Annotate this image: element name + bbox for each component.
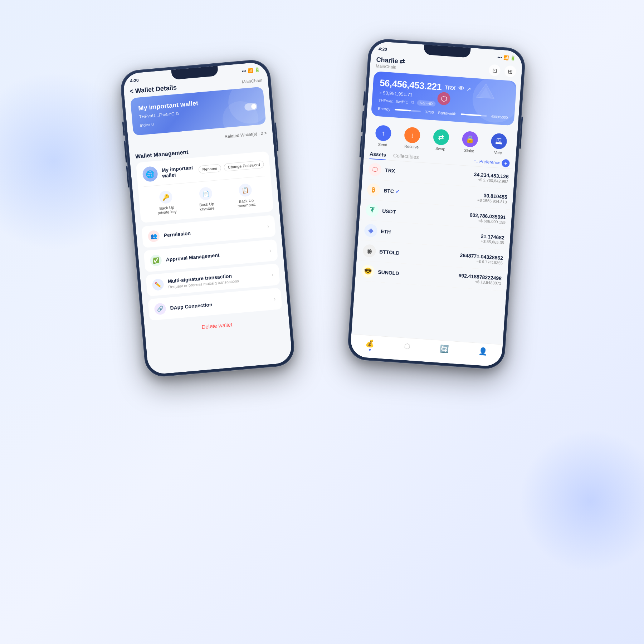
stake-icon: 🔒 [462,131,478,148]
nav-profile[interactable]: 👤 [478,347,488,359]
backup-mnemonic[interactable]: 📋 Back Upmnemonic [236,183,256,208]
copy-addr-icon[interactable]: ⧉ [411,100,414,105]
btc-icon: ₿ [367,183,380,196]
stake-label: Stake [464,148,474,153]
header-icons: ⊡ ⊞ [488,64,516,77]
sun-name: SUNOLD [378,269,399,276]
bottom-nav: 💰 ⬡ 🔄 👤 [350,334,503,367]
permission-title: Permission [164,224,263,238]
vote-label: Vote [494,150,502,155]
send-label: Send [378,142,387,147]
add-token-button[interactable]: + [502,159,510,167]
nav-active-dot [369,349,370,351]
left-phone-screen: 4:20 ▪▪▪ 📶 🔋 < Wallet Details MainChain [122,62,293,375]
vote-icon: 🗳 [491,133,507,150]
trx-balance: 34,234,453.126 ≈$ 2,760,842.982 [473,171,509,184]
rename-button[interactable]: Rename [198,164,221,174]
eth-icon: ◈ [364,224,377,237]
left-time: 4:20 [130,78,139,83]
receive-icon: ↓ [404,127,421,143]
energy-value: 37/60 [425,110,434,114]
backup-mnemonic-label: Back Upmnemonic [237,198,256,208]
swap-label: Swap [435,146,445,151]
tab-preference[interactable]: ↑↓ Preference + [474,157,510,167]
approval-icon: ✅ [150,254,162,267]
dapp-arrow: › [273,296,276,302]
bandwidth-bar [461,113,487,117]
swap-action[interactable]: ⇄ Swap [432,129,449,151]
receive-qr-icon[interactable]: ⊡ [488,64,501,76]
btt-balance: 2648771.04328662 ≈$ 6.77419355 [459,252,503,265]
send-action[interactable]: ↑ Send [375,125,392,147]
visibility-icon[interactable]: 👁 [458,85,464,92]
change-password-button[interactable]: Change Password [224,160,264,172]
swap-icon: ⇄ [433,129,450,146]
backup-row: 🔑 Back Upprivate key 📄 Back Upkeystore 📋… [144,181,268,218]
expand-icon[interactable]: ↗ [467,86,471,92]
backup-mnemonic-icon: 📋 [238,183,252,197]
backup-key-icon: 🔑 [159,190,173,204]
nav-assets-icon: 💰 [365,339,375,348]
tab-collectibles[interactable]: Collectibles [393,150,419,162]
btt-name: BTTOLD [379,249,400,256]
trx-name: TRX [385,167,395,174]
multisig-arrow: › [271,272,274,278]
non-hd-badge: Non-HD [417,100,436,107]
btc-balance: 30.810455 ≈$ 1555,934.813 [477,192,507,204]
receive-label: Receive [404,144,419,149]
backup-keystore-icon: 📄 [199,187,213,201]
dapp-icon: 🔗 [154,303,166,315]
phones-container: 4:20 ▪▪▪ 📶 🔋 < Wallet Details MainChain [125,36,519,608]
nav-assets[interactable]: 💰 [365,339,375,351]
wallet-toggle[interactable] [244,102,258,111]
eth-balance: 21.174682 ≈$ 85,885.35 [480,233,504,245]
backup-key-label: Back Upprivate key [157,205,177,215]
vote-action[interactable]: 🗳 Vote [490,133,507,155]
mgmt-card: 🌐 My important wallet Rename Change Pass… [136,151,274,223]
right-wifi-icon: 📶 [503,55,509,60]
scan-icon[interactable]: ⊞ [504,65,516,77]
usdt-name: USDT [382,208,396,215]
send-icon: ↑ [375,125,392,142]
nav-market-icon: ⬡ [404,342,411,351]
right-phone: 4:20 ▪▪▪ 📶 🔋 Charlie ⇄ MainChain [347,38,526,370]
approval-title: Approval Management [166,248,265,262]
dapp-title: DApp Connection [170,297,270,311]
stake-action[interactable]: 🔒 Stake [461,131,478,153]
usdt-balance: 602,786.035091 ≈$ 606,000.199 [469,212,506,225]
approval-arrow: › [269,247,272,254]
permission-icon: 👥 [147,230,160,243]
energy-label: Energy [378,106,391,111]
multisig-icon: ✏️ [152,278,164,291]
btt-icon: ◉ [362,244,376,258]
permission-arrow: › [267,223,269,229]
mgmt-avatar: 🌐 [142,166,158,182]
trx-icon: ⬡ [368,163,382,176]
right-signal-icon: ▪▪▪ [497,55,502,60]
usdt-icon: ₮ [365,203,379,217]
backup-private-key[interactable]: 🔑 Back Upprivate key [156,190,177,215]
nav-history-icon: 🔄 [440,344,449,353]
tab-assets[interactable]: Assets [369,149,386,160]
left-phone: 4:20 ▪▪▪ 📶 🔋 < Wallet Details MainChain [119,58,296,378]
receive-action[interactable]: ↓ Receive [404,127,421,149]
backup-keystore[interactable]: 📄 Back Upkeystore [198,186,215,211]
signal-icon: ▪▪▪ [241,68,247,74]
switch-icon[interactable]: ⇄ [399,57,405,65]
coin-list: ⬡ TRX 34,234,453.126 ≈$ 2,760,842.982 ₿ … [355,158,515,291]
right-time: 4:20 [378,47,387,52]
bandwidth-value: 4000/5000 [491,114,508,119]
mgmt-buttons: Rename Change Password [198,160,264,174]
balance-card: 56,456,453.221 TRX 👁 ↗ ≈ $3,951,951.71 T… [371,71,517,126]
nav-market[interactable]: ⬡ [404,342,410,353]
right-battery-icon: 🔋 [510,55,516,61]
chain-label: MainChain [241,78,262,84]
backup-keystore-label: Back Upkeystore [199,201,215,211]
eth-name: ETH [381,228,391,235]
wifi-icon: 📶 [248,68,253,73]
copy-icon[interactable]: ⧉ [176,111,179,116]
nav-profile-icon: 👤 [478,347,488,356]
nav-history[interactable]: 🔄 [439,344,449,356]
right-phone-screen: 4:20 ▪▪▪ 📶 🔋 Charlie ⇄ MainChain [350,41,523,367]
sun-balance: 692.418878222498 ≈$ 13.5483871 [458,273,502,286]
